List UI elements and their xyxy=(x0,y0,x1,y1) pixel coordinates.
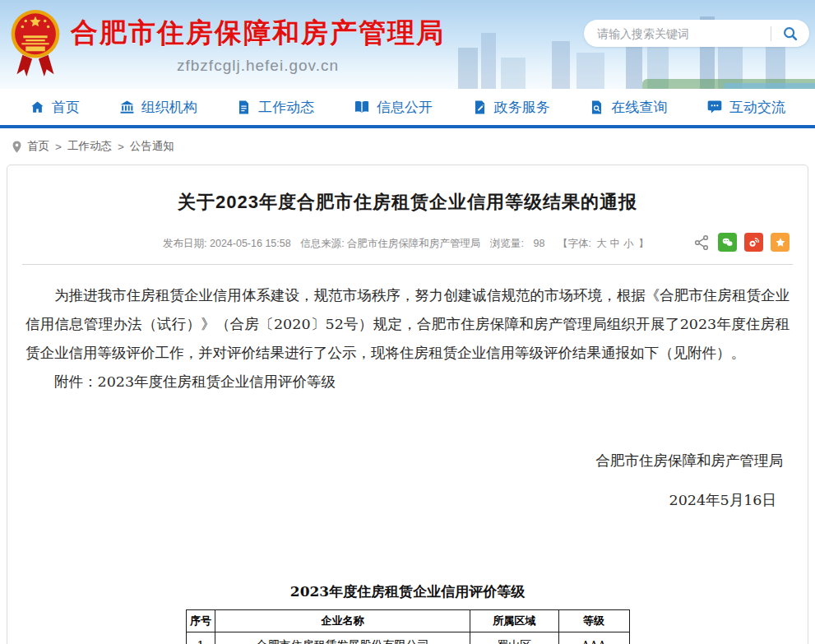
search-box xyxy=(584,20,809,47)
share-icon[interactable] xyxy=(692,234,711,252)
table-header-cell: 所属区域 xyxy=(470,610,558,632)
share-wechat-button[interactable] xyxy=(718,233,737,252)
article-container: 关于2023年度合肥市住房租赁企业信用等级结果的通报 发布日期: 2024-05… xyxy=(7,164,808,644)
search-icon xyxy=(781,25,799,43)
article-paragraph: 为推进我市住房租赁企业信用体系建设，规范市场秩序，努力创建诚信规范的市场环境，根… xyxy=(25,281,790,368)
breadcrumb: 首页 > 工作动态 > 公告通知 xyxy=(0,128,815,164)
views-label: 浏览量: xyxy=(490,238,524,249)
table-cell: AAA xyxy=(558,632,629,644)
table-header-cell: 序号 xyxy=(186,610,215,632)
breadcrumb-separator: > xyxy=(55,141,62,153)
info-source: 信息来源: 合肥市住房保障和房产管理局 xyxy=(300,238,480,249)
nav-item-gov-services[interactable]: 政务服务 xyxy=(472,98,550,117)
font-size-bracket: 】 xyxy=(638,238,649,249)
home-icon xyxy=(30,100,45,115)
main-nav: 首页 组织机构 工作动态 信息公开 政务服务 在线查询 xyxy=(0,89,815,128)
breadcrumb-notices[interactable]: 公告通知 xyxy=(130,139,174,154)
nav-item-label: 信息公开 xyxy=(377,98,433,117)
meta-divider xyxy=(22,264,793,265)
open-book-icon xyxy=(354,99,370,115)
publish-date: 发布日期: 2024-05-16 15:58 xyxy=(163,238,291,249)
share-favorite-button[interactable] xyxy=(771,233,790,252)
nav-item-label: 组织机构 xyxy=(141,98,197,117)
document-icon xyxy=(236,100,252,115)
article-body: 为推进我市住房租赁企业信用体系建设，规范市场秩序，努力创建诚信规范的市场环境，根… xyxy=(7,281,808,396)
wechat-icon xyxy=(720,235,734,249)
table-cell: 合肥市住房租赁发展股份有限公司 xyxy=(215,632,470,644)
nav-item-organization[interactable]: 组织机构 xyxy=(119,98,197,117)
attachment-table-head-row: 序号企业名称所属区域等级 xyxy=(186,610,629,632)
site-title: 合肥市住房保障和房产管理局 xyxy=(71,15,445,52)
nav-item-home[interactable]: 首页 xyxy=(30,98,80,117)
nav-item-label: 在线查询 xyxy=(611,98,667,117)
attachment-table-title: 2023年度住房租赁企业信用评价等级 xyxy=(7,582,808,601)
site-banner: 合肥市住房保障和房产管理局 zfbzfcglj.hefei.gov.cn xyxy=(0,0,815,89)
nav-item-work-news[interactable]: 工作动态 xyxy=(236,98,314,117)
bank-icon xyxy=(119,100,135,115)
document-pen-icon xyxy=(472,100,488,115)
views-count: 98 xyxy=(534,238,545,249)
font-size-control: 【字体:大中小】 xyxy=(554,238,652,249)
share-bar xyxy=(692,233,790,252)
article-meta: 发布日期: 2024-05-16 15:58 信息来源: 合肥市住房保障和房产管… xyxy=(7,233,808,254)
signature-date: 2024年5月16日 xyxy=(7,490,808,510)
font-size-large[interactable]: 大 xyxy=(596,238,607,249)
breadcrumb-home[interactable]: 首页 xyxy=(27,139,49,154)
search-button[interactable] xyxy=(771,20,809,47)
nav-item-info-disclosure[interactable]: 信息公开 xyxy=(354,98,433,117)
table-cell: 1 xyxy=(186,632,215,644)
national-emblem-icon xyxy=(8,7,63,79)
star-icon xyxy=(774,236,787,249)
table-header-cell: 等级 xyxy=(558,610,629,632)
font-size-medium[interactable]: 中 xyxy=(609,238,620,249)
location-pin-icon xyxy=(10,140,24,154)
attachment-table-body: 1合肥市住房租赁发展股份有限公司蜀山区AAA xyxy=(186,632,629,644)
nav-item-online-query[interactable]: 在线查询 xyxy=(589,98,667,117)
nav-item-interaction[interactable]: 互动交流 xyxy=(706,98,785,117)
nav-item-label: 首页 xyxy=(52,98,80,117)
table-header-cell: 企业名称 xyxy=(215,610,470,632)
share-weibo-button[interactable] xyxy=(744,233,763,252)
weibo-icon xyxy=(747,235,761,249)
site-brand: 合肥市住房保障和房产管理局 zfbzfcglj.hefei.gov.cn xyxy=(8,7,445,79)
attachment-table: 序号企业名称所属区域等级 1合肥市住房租赁发展股份有限公司蜀山区AAA xyxy=(186,609,630,644)
attachment-reference: 附件：2023年度住房租赁企业信用评价等级 xyxy=(25,368,790,396)
chat-bubble-icon xyxy=(706,99,723,115)
search-input[interactable] xyxy=(584,27,771,40)
nav-item-label: 互动交流 xyxy=(729,98,785,117)
font-size-small[interactable]: 小 xyxy=(623,238,634,249)
nav-item-label: 工作动态 xyxy=(258,98,314,117)
signature-agency: 合肥市住房保障和房产管理局 xyxy=(7,451,808,470)
document-search-icon xyxy=(589,100,604,115)
table-row: 1合肥市住房租赁发展股份有限公司蜀山区AAA xyxy=(186,632,629,644)
font-size-label: 【字体: xyxy=(558,238,591,249)
table-cell: 蜀山区 xyxy=(470,632,558,644)
page-title: 关于2023年度合肥市住房租赁企业信用等级结果的通报 xyxy=(7,190,808,215)
breadcrumb-separator: > xyxy=(118,141,124,153)
nav-item-label: 政务服务 xyxy=(494,98,550,117)
site-url: zfbzfcglj.hefei.gov.cn xyxy=(177,57,339,75)
breadcrumb-work-news[interactable]: 工作动态 xyxy=(67,139,112,154)
